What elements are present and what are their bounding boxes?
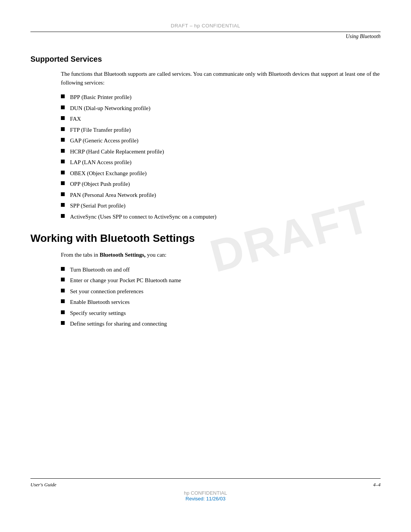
bullet-icon — [61, 138, 65, 142]
bullet-icon — [61, 171, 65, 174]
list-item-text: LAP (LAN Access profile) — [70, 158, 131, 167]
list-item: Enable Bluetooth services — [61, 298, 381, 307]
bullet-icon — [61, 310, 65, 314]
list-item: Define settings for sharing and connecti… — [61, 320, 381, 328]
list-item-text: PAN (Personal Area Network profile) — [70, 191, 156, 200]
footer-rule — [30, 478, 381, 479]
list-item-text: Specify security settings — [70, 309, 126, 318]
bullet-icon — [61, 105, 65, 109]
list-item: OBEX (Object Exchange profile) — [61, 169, 381, 178]
working-section-title: Working with Bluetooth Settings — [30, 232, 381, 244]
intro-prefix: From the tabs in — [61, 252, 100, 258]
list-item-text: DUN (Dial-up Networking profile) — [70, 104, 150, 113]
list-item: Specify security settings — [61, 309, 381, 318]
list-item-text: Set your connection preferences — [70, 287, 143, 296]
bullet-icon — [61, 116, 65, 120]
list-item: OPP (Object Push profile) — [61, 180, 381, 189]
bullet-icon — [61, 289, 65, 292]
supported-services-title: Supported Services — [30, 55, 381, 64]
intro-suffix: you can: — [146, 252, 167, 258]
bullet-icon — [61, 149, 65, 153]
page-header: DRAFT – hp CONFIDENTIAL Using Bluetooth — [0, 0, 411, 43]
list-item: Enter or change your Pocket PC Bluetooth… — [61, 276, 381, 285]
list-item: ActiveSync (Uses SPP to connect to Activ… — [61, 212, 381, 221]
bullet-icon — [61, 203, 65, 207]
list-item-text: Define settings for sharing and connecti… — [70, 320, 167, 328]
list-item: FAX — [61, 115, 381, 123]
list-item: DUN (Dial-up Networking profile) — [61, 104, 381, 113]
list-item-text: OPP (Object Push profile) — [70, 180, 130, 189]
bullet-icon — [61, 160, 65, 163]
list-item: Turn Bluetooth on and off — [61, 265, 381, 274]
bullet-icon — [61, 267, 65, 271]
list-item-text: Enter or change your Pocket PC Bluetooth… — [70, 276, 181, 285]
list-item-text: GAP (Generic Access profile) — [70, 136, 139, 145]
footer-revised-label: Revised: 11/26/03 — [0, 496, 411, 502]
page-footer: User's Guide 4–4 hp CONFIDENTIAL Revised… — [0, 478, 411, 502]
list-item-text: ActiveSync (Uses SPP to connect to Activ… — [70, 212, 217, 221]
bullet-icon — [61, 94, 65, 98]
bullet-icon — [61, 192, 65, 196]
supported-services-list: BPP (Basic Printer profile) DUN (Dial-up… — [61, 93, 381, 221]
list-item: Set your connection preferences — [61, 287, 381, 296]
bullet-icon — [61, 181, 65, 185]
bullet-icon — [61, 321, 65, 325]
list-item-text: OBEX (Object Exchange profile) — [70, 169, 147, 178]
bullet-icon — [61, 299, 65, 303]
list-item: FTP (File Transfer profile) — [61, 126, 381, 134]
list-item: PAN (Personal Area Network profile) — [61, 191, 381, 200]
footer-page-number: 4–4 — [373, 482, 381, 488]
bullet-icon — [61, 278, 65, 281]
list-item: BPP (Basic Printer profile) — [61, 93, 381, 102]
main-content: Supported Services The functions that Bl… — [0, 43, 411, 328]
intro-bold: Bluetooth Settings, — [100, 252, 146, 258]
list-item-text: Turn Bluetooth on and off — [70, 265, 130, 274]
bullet-icon — [61, 214, 65, 218]
footer-center-block: hp CONFIDENTIAL Revised: 11/26/03 — [0, 490, 411, 502]
list-item-text: FAX — [70, 115, 81, 123]
working-section-list: Turn Bluetooth on and off Enter or chang… — [61, 265, 381, 328]
list-item: GAP (Generic Access profile) — [61, 136, 381, 145]
list-item-text: BPP (Basic Printer profile) — [70, 93, 132, 102]
list-item: LAP (LAN Access profile) — [61, 158, 381, 167]
footer-content: User's Guide 4–4 — [0, 482, 411, 488]
footer-confidential-label: hp CONFIDENTIAL — [0, 490, 411, 496]
footer-guide-label: User's Guide — [30, 482, 56, 488]
header-section-label: Using Bluetooth — [0, 32, 411, 40]
working-section-intro: From the tabs in Bluetooth Settings, you… — [61, 251, 381, 259]
list-item-text: HCRP (Hard Cable Replacement profile) — [70, 147, 164, 156]
list-item: HCRP (Hard Cable Replacement profile) — [61, 147, 381, 156]
bullet-icon — [61, 127, 65, 131]
page: DRAFT DRAFT – hp CONFIDENTIAL Using Blue… — [0, 0, 411, 532]
list-item: SPP (Serial Port profile) — [61, 201, 381, 210]
list-item-text: Enable Bluetooth services — [70, 298, 130, 307]
list-item-text: SPP (Serial Port profile) — [70, 201, 126, 210]
list-item-text: FTP (File Transfer profile) — [70, 126, 131, 134]
header-draft-label: DRAFT – hp CONFIDENTIAL — [0, 23, 411, 29]
supported-services-intro: The functions that Bluetooth supports ar… — [61, 70, 381, 87]
